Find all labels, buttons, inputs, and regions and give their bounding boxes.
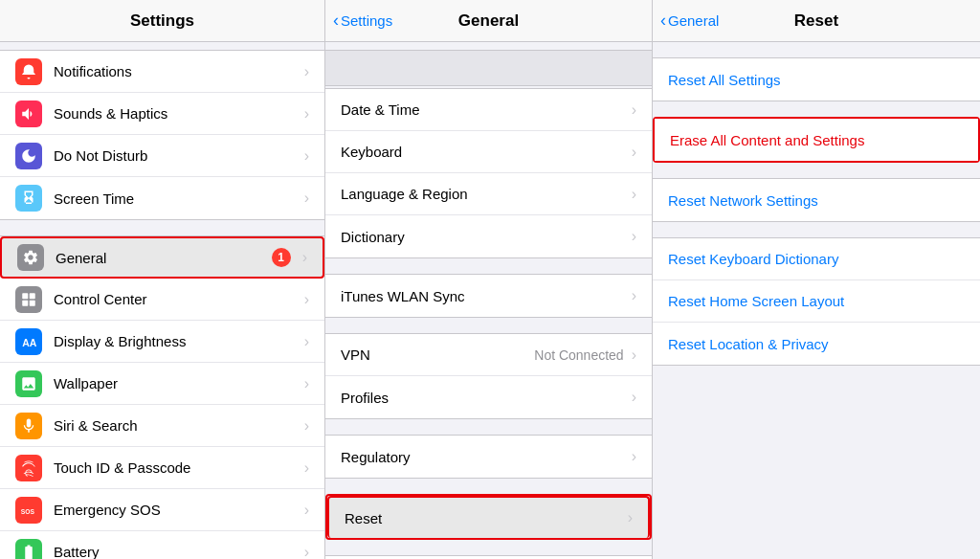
resetnetwork-label: Reset Network Settings [668,192,965,209]
battery-chevron: › [304,544,309,560]
emergencysos-label: Emergency SOS [54,502,301,518]
back-chevron-icon: ‹ [333,11,339,31]
reset-item-allsettings[interactable]: Reset All Settings [653,58,980,101]
reset-item-eraseall[interactable]: Erase All Content and Settings [655,119,978,161]
settings-group-1: Notifications › Sounds & Haptics › Do No… [0,50,324,220]
profiles-label: Profiles [341,390,628,406]
settings-list: Notifications › Sounds & Haptics › Do No… [0,42,324,559]
settings-column: Settings Notifications › Sounds & Haptic… [0,0,325,559]
sidebar-item-touchid[interactable]: Touch ID & Passcode › [0,447,324,489]
reset-chevron: › [628,509,633,526]
sidebar-item-controlcenter[interactable]: Control Center › [0,279,324,321]
general-group-3: VPN Not Connected › Profiles › [325,333,652,419]
svg-rect-3 [30,300,35,305]
svg-rect-1 [30,293,35,299]
screentime-icon [15,185,42,212]
sounds-label: Sounds & Haptics [54,105,301,122]
sidebar-item-donotdisturb[interactable]: Do Not Disturb › [0,135,324,177]
keyboard-chevron: › [632,144,636,161]
general-item-profiles[interactable]: Profiles › [325,376,652,418]
sidebar-item-battery[interactable]: Battery › [0,531,324,559]
general-column: ‹ Settings General Date & Time › Keyboar… [325,0,653,559]
sidebar-item-display[interactable]: AA Display & Brightness › [0,321,324,363]
reset-back-label: General [668,12,719,29]
reset-title: Reset [794,11,838,31]
keyboard-label: Keyboard [341,144,628,160]
sidebar-item-general[interactable]: General 1 › [0,236,324,279]
display-icon: AA [15,328,42,355]
reset-item-keyboard[interactable]: Reset Keyboard Dictionary [653,238,980,280]
sidebar-item-sounds[interactable]: Sounds & Haptics › [0,93,324,135]
general-badge: 1 [272,248,291,267]
general-top-spacer [325,50,652,86]
sidebar-item-wallpaper[interactable]: Wallpaper › [0,363,324,405]
reset-group-2: Reset Network Settings [653,178,980,222]
general-header: ‹ Settings General [325,0,652,42]
resetallsettings-label: Reset All Settings [668,72,965,88]
reset-group-erase: Erase All Content and Settings [653,117,980,163]
itunes-chevron: › [632,287,636,304]
touchid-icon [15,455,42,481]
screentime-chevron: › [304,190,309,207]
siri-label: Siri & Search [54,417,301,434]
display-label: Display & Brightness [54,333,301,349]
datetime-label: Date & Time [341,101,628,118]
svg-text:AA: AA [22,336,37,347]
general-chevron: › [302,249,307,266]
reset-back-button[interactable]: ‹ General [660,11,719,31]
general-back-button[interactable]: ‹ Settings [333,11,392,31]
siri-chevron: › [304,417,309,435]
vpn-status: Not Connected [534,347,623,363]
general-list: Date & Time › Keyboard › Language & Regi… [325,42,652,559]
donotdisturb-chevron: › [304,147,309,165]
general-item-datetime[interactable]: Date & Time › [325,89,652,131]
general-title: General [458,11,519,31]
general-item-language[interactable]: Language & Region › [325,173,652,215]
reset-item-location[interactable]: Reset Location & Privacy [653,323,980,365]
controlcenter-icon [15,286,42,313]
siri-icon [15,413,42,439]
resetlocation-label: Reset Location & Privacy [668,336,965,352]
regulatory-label: Regulatory [341,449,628,465]
battery-label: Battery [54,544,301,559]
general-item-reset[interactable]: Reset › [327,496,650,538]
screentime-label: Screen Time [54,190,301,207]
reset-item-homescreen[interactable]: Reset Home Screen Layout [653,280,980,323]
wallpaper-chevron: › [304,375,309,392]
emergencysos-chevron: › [304,502,309,519]
controlcenter-chevron: › [304,291,309,308]
emergencysos-icon: SOS [15,497,42,524]
regulatory-chevron: › [632,448,636,465]
vpn-chevron: › [632,347,636,364]
notifications-label: Notifications [54,63,301,79]
reset-item-network[interactable]: Reset Network Settings [653,179,980,221]
svg-rect-0 [22,293,28,299]
touchid-label: Touch ID & Passcode [54,459,301,476]
general-group-2: iTunes WLAN Sync › [325,274,652,318]
touchid-chevron: › [304,459,309,477]
sidebar-item-emergencysos[interactable]: SOS Emergency SOS › [0,489,324,531]
sidebar-item-siri[interactable]: Siri & Search › [0,405,324,447]
sidebar-item-notifications[interactable]: Notifications › [0,51,324,93]
display-chevron: › [304,333,309,350]
reset-back-chevron-icon: ‹ [660,11,666,31]
general-item-keyboard[interactable]: Keyboard › [325,131,652,173]
general-group-1: Date & Time › Keyboard › Language & Regi… [325,88,652,258]
language-chevron: › [632,186,636,203]
general-item-vpn[interactable]: VPN Not Connected › [325,334,652,376]
vpn-label: VPN [341,347,534,363]
resethome-label: Reset Home Screen Layout [668,293,965,309]
datetime-chevron: › [632,101,636,119]
general-item-itunes[interactable]: iTunes WLAN Sync › [325,275,652,317]
sidebar-item-screentime[interactable]: Screen Time › [0,177,324,219]
general-item-regulatory[interactable]: Regulatory › [325,436,652,478]
dictionary-label: Dictionary [341,229,628,245]
reset-header: ‹ General Reset [653,0,980,42]
notifications-chevron: › [304,63,309,80]
svg-text:SOS: SOS [21,507,35,514]
general-item-dictionary[interactable]: Dictionary › [325,215,652,257]
general-group-reset: Reset › [325,494,652,540]
wallpaper-label: Wallpaper [54,375,301,391]
general-group-4: Regulatory › [325,435,652,479]
language-label: Language & Region [341,186,628,202]
